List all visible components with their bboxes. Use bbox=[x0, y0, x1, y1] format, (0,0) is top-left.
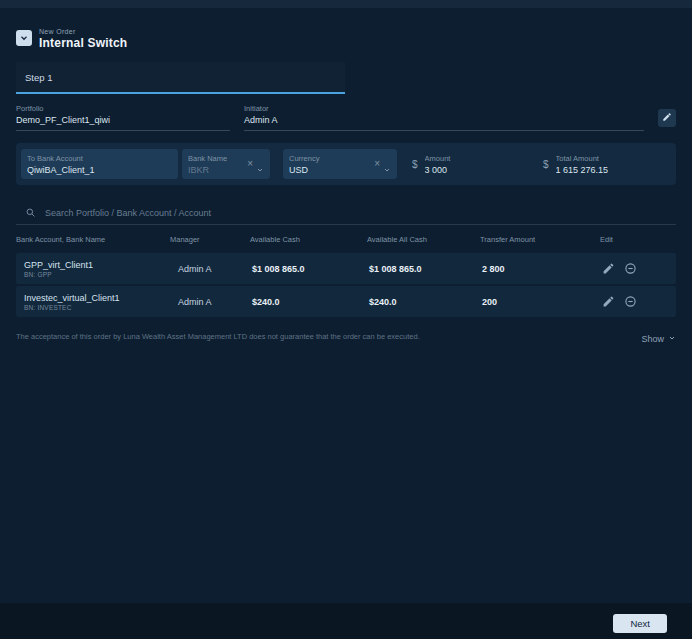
column-header-transfer-amount: Transfer Amount bbox=[480, 235, 600, 244]
pencil-icon bbox=[602, 295, 615, 308]
chevron-down-icon bbox=[19, 31, 29, 46]
internal-switch-card: New Order Internal Switch Step 1 Portfol… bbox=[0, 8, 692, 603]
manager-cell: Admin A bbox=[170, 264, 250, 274]
currency-select[interactable]: Currency USD × bbox=[283, 149, 397, 179]
clear-icon[interactable]: × bbox=[247, 159, 253, 169]
column-header-manager: Manager bbox=[170, 235, 250, 244]
available-cash-cell: $240.0 bbox=[250, 297, 367, 307]
currency-label: Currency bbox=[289, 154, 372, 163]
transfer-amount-cell: 2 800 bbox=[480, 264, 600, 274]
accounts-table: Bank Account, Bank Name Manager Availabl… bbox=[16, 235, 676, 317]
account-cell: Investec_virtual_Client1 BN: INVESTEC bbox=[16, 293, 170, 311]
search-input[interactable] bbox=[45, 208, 667, 218]
manager-cell: Admin A bbox=[170, 297, 250, 307]
account-cell: GPP_virt_Client1 BN: GPP bbox=[16, 260, 170, 278]
to-bank-account-select[interactable]: To Bank Account QiwiBA_Client_1 bbox=[21, 149, 178, 179]
disclaimer-text: The acceptance of this order by Luna Wea… bbox=[16, 332, 420, 341]
search-bar bbox=[16, 201, 676, 225]
column-header-account: Bank Account, Bank Name bbox=[16, 235, 170, 244]
initiator-value: Admin A bbox=[244, 115, 644, 125]
edit-row-button[interactable] bbox=[602, 262, 615, 275]
available-cash-cell: $1 008 865.0 bbox=[250, 264, 367, 274]
portfolio-value: Demo_PF_Client1_qiwi bbox=[16, 115, 230, 125]
transfer-amount-cell: 200 bbox=[480, 297, 600, 307]
portfolio-label: Portfolio bbox=[16, 104, 230, 113]
show-toggle[interactable]: Show bbox=[641, 334, 676, 344]
minus-circle-icon bbox=[624, 295, 637, 308]
bottom-bar: Next bbox=[0, 603, 692, 639]
header-text: New Order Internal Switch bbox=[39, 28, 127, 50]
order-summary-fields: Portfolio Demo_PF_Client1_qiwi Initiator… bbox=[16, 104, 676, 131]
pencil-icon bbox=[662, 110, 672, 125]
column-header-edit: Edit bbox=[600, 235, 676, 244]
to-bank-account-value: QiwiBA_Client_1 bbox=[27, 165, 172, 175]
account-bank-name: BN: INVESTEC bbox=[24, 304, 170, 311]
total-amount-label: Total Amount bbox=[556, 154, 609, 163]
amount-value: 3 000 bbox=[425, 165, 533, 175]
new-order-page: New Order Internal Switch Step 1 Portfol… bbox=[0, 0, 692, 639]
edit-cell bbox=[600, 295, 676, 308]
account-name: Investec_virtual_Client1 bbox=[24, 293, 170, 303]
search-icon bbox=[25, 204, 36, 222]
chevron-down-icon[interactable] bbox=[256, 160, 264, 168]
account-bank-name: BN: GPP bbox=[24, 271, 170, 278]
bank-name-select[interactable]: Bank Name IBKR × bbox=[182, 149, 270, 179]
header: New Order Internal Switch bbox=[16, 28, 676, 50]
pencil-icon bbox=[602, 262, 615, 275]
table-row[interactable]: Investec_virtual_Client1 BN: INVESTEC Ad… bbox=[16, 286, 676, 317]
edit-cell bbox=[600, 262, 676, 275]
portfolio-field[interactable]: Portfolio Demo_PF_Client1_qiwi bbox=[16, 104, 230, 131]
remove-row-button[interactable] bbox=[624, 295, 637, 308]
tab-step-1[interactable]: Step 1 bbox=[16, 62, 345, 94]
account-name: GPP_virt_Client1 bbox=[24, 260, 170, 270]
amount-label: Amount bbox=[425, 154, 533, 163]
dollar-icon: $ bbox=[412, 159, 418, 170]
table-header-row: Bank Account, Bank Name Manager Availabl… bbox=[16, 235, 676, 244]
currency-value: USD bbox=[289, 165, 372, 175]
top-strip bbox=[0, 0, 692, 8]
chevron-down-icon[interactable] bbox=[383, 160, 391, 168]
bank-name-label: Bank Name bbox=[188, 154, 245, 163]
initiator-label: Initiator bbox=[244, 104, 644, 113]
chevron-down-icon bbox=[668, 334, 676, 344]
edit-order-button[interactable] bbox=[658, 109, 676, 127]
minus-circle-icon bbox=[624, 262, 637, 275]
available-all-cash-cell: $240.0 bbox=[367, 297, 480, 307]
remove-row-button[interactable] bbox=[624, 262, 637, 275]
dollar-icon: $ bbox=[543, 159, 549, 170]
clear-icon[interactable]: × bbox=[374, 159, 380, 169]
total-amount-value: 1 615 276.15 bbox=[556, 165, 609, 175]
page-title: Internal Switch bbox=[39, 36, 127, 50]
next-button[interactable]: Next bbox=[613, 614, 667, 633]
switch-form-panel: To Bank Account QiwiBA_Client_1 Bank Nam… bbox=[16, 143, 676, 185]
available-all-cash-cell: $1 008 865.0 bbox=[367, 264, 480, 274]
column-header-available-cash: Available Cash bbox=[250, 235, 367, 244]
bank-name-value: IBKR bbox=[188, 165, 245, 175]
edit-row-button[interactable] bbox=[602, 295, 615, 308]
initiator-field[interactable]: Initiator Admin A bbox=[244, 104, 644, 131]
column-header-available-all-cash: Available All Cash bbox=[367, 235, 480, 244]
new-order-overline: New Order bbox=[39, 28, 127, 35]
to-bank-account-label: To Bank Account bbox=[27, 154, 172, 163]
collapse-order-button[interactable] bbox=[16, 30, 32, 46]
total-amount-field: $ Total Amount 1 615 276.15 bbox=[543, 154, 608, 175]
show-label: Show bbox=[641, 334, 664, 344]
card-footer: The acceptance of this order by Luna Wea… bbox=[16, 332, 676, 344]
table-row[interactable]: GPP_virt_Client1 BN: GPP Admin A $1 008 … bbox=[16, 253, 676, 284]
amount-field[interactable]: $ Amount 3 000 bbox=[412, 154, 533, 175]
